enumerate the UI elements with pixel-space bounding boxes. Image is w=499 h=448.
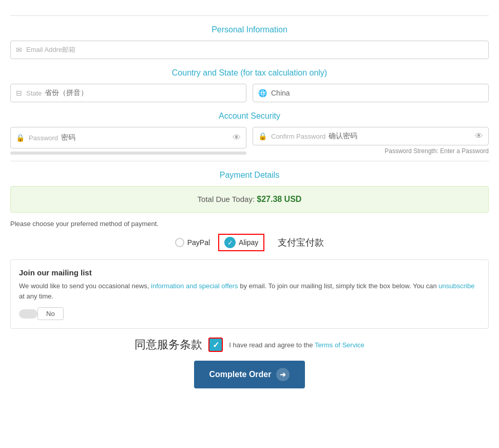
country-state-title: Country and State (for tax calculation o… [10,68,489,78]
email-input-group[interactable]: ✉ Email Addre邮箱 [10,41,489,59]
globe-icon: 🌐 [258,89,267,97]
email-icon: ✉ [16,46,22,54]
state-value: 省份（拼音） [45,88,88,98]
email-label: Email Addre邮箱 [26,45,75,54]
divider-payment [10,161,489,161]
eye-icon-confirm[interactable]: 👁 [475,132,483,141]
payment-note: Please choose your preferred method of p… [10,220,489,228]
mailing-link-info[interactable]: information and special offers [151,282,238,290]
email-row: ✉ Email Addre邮箱 [10,41,489,59]
complete-order-button[interactable]: Complete Order ➜ [194,361,305,388]
state-country-row: ⊟ State 省份（拼音） 🌐 China [10,84,489,102]
payment-options: PayPal ✓ Alipay 支付宝付款 [10,234,489,251]
total-amount: $27.38 USD [257,195,301,203]
eye-icon-password[interactable]: 👁 [233,133,241,142]
alipay-chinese: 支付宝付款 [278,236,324,249]
payment-details-title: Payment Details [10,171,489,180]
lock-icon: 🔒 [16,134,25,142]
mailing-section: Join our mailing list We would like to s… [10,259,489,329]
confirm-password-input-group[interactable]: 🔒 Confirm Password 确认密码 👁 [253,127,489,145]
personal-info-title: Personal Information [10,25,489,34]
complete-order-arrow-icon: ➜ [276,368,290,381]
mailing-toggle[interactable]: No [19,307,480,320]
toggle-no-label[interactable]: No [37,307,64,320]
payment-section: Total Due Today: $27.38 USD Please choos… [10,186,489,251]
lock-icon-confirm: 🔒 [258,132,267,140]
total-due-box: Total Due Today: $27.38 USD [10,186,489,213]
tos-text: I have read and agree to the Terms of Se… [229,341,364,349]
confirm-label: Confirm Password [271,133,325,140]
password-left: 🔒 Password 密码 👁 [10,127,246,155]
paypal-label: PayPal [187,238,210,247]
paypal-option[interactable]: PayPal [175,238,210,247]
alipay-radio[interactable]: ✓ [224,237,236,248]
password-strength-text: Password Strength: Enter a Password [253,147,489,155]
password-right: 🔒 Confirm Password 确认密码 👁 Password Stren… [253,127,489,155]
state-icon: ⊟ [16,89,22,97]
tos-link[interactable]: Terms of Service [315,341,364,349]
toggle-track[interactable] [19,309,37,319]
password-strength-bar [10,152,246,155]
password-chinese: 密码 [61,133,75,142]
state-input-group[interactable]: ⊟ State 省份（拼音） [10,84,246,102]
email-field[interactable] [79,46,483,54]
password-row: 🔒 Password 密码 👁 🔒 Confirm Password 确认密码 … [10,127,489,155]
country-input-group[interactable]: 🌐 China [253,84,489,102]
confirm-chinese: 确认密码 [329,132,357,141]
complete-order-container: Complete Order ➜ [10,361,489,388]
total-label: Total Due Today: [198,195,255,203]
country-value: China [271,89,290,97]
alipay-label: Alipay [239,238,258,247]
tos-chinese: 同意服务条款 [135,337,202,352]
paypal-radio[interactable] [175,238,184,247]
complete-order-label: Complete Order [209,370,272,379]
mailing-text: We would like to send you occasional new… [19,281,480,301]
password-label: Password [29,134,58,142]
tos-section: 同意服务条款 I have read and agree to the Term… [10,337,489,352]
mailing-link-unsubscribe[interactable]: unsubscribe [438,282,474,290]
state-label: State [26,89,42,97]
password-input-group[interactable]: 🔒 Password 密码 👁 [10,127,246,148]
account-security-title: Account Security [10,111,489,121]
alipay-option[interactable]: ✓ Alipay [218,234,264,251]
tos-checkbox[interactable] [208,338,223,352]
divider-top [10,15,489,16]
mailing-title: Join our mailing list [19,268,480,277]
